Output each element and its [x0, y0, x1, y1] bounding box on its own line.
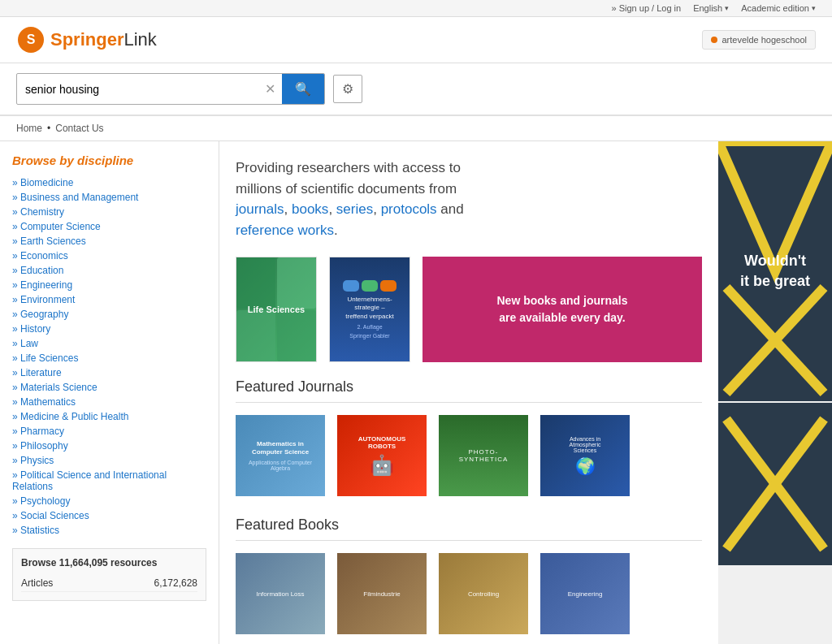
book-title-info-loss: Information Loss: [252, 586, 308, 602]
journal-title-photosyn: PHOTO-SYNTHETICA: [459, 448, 509, 463]
discipline-link[interactable]: Mathematics: [20, 396, 76, 408]
discipline-link[interactable]: Life Sciences: [20, 352, 78, 364]
edition-selector[interactable]: Academic edition ▾: [741, 3, 816, 13]
hero-protocols-link[interactable]: protocols: [381, 201, 437, 217]
hero-paragraph: Providing researchers with access to mil…: [236, 158, 702, 240]
discipline-list: BiomedicineBusiness and ManagementChemis…: [12, 177, 206, 536]
institution-name: artevelde hogeschool: [722, 35, 807, 45]
logo[interactable]: S SpringerLink: [16, 25, 157, 54]
discipline-link[interactable]: Business and Management: [20, 192, 138, 203]
journal-cover-robots[interactable]: AUTONOMOUSROBOTS 🤖: [337, 415, 427, 496]
discipline-link[interactable]: Social Sciences: [20, 510, 89, 521]
sidebar-item-mathematics[interactable]: Mathematics: [12, 396, 206, 408]
breadcrumb-contact[interactable]: Contact Us: [55, 123, 103, 134]
institution-dot-icon: [711, 37, 717, 43]
sidebar-item-chemistry[interactable]: Chemistry: [12, 206, 206, 218]
signup-login-link[interactable]: » Sign up / Log in: [612, 3, 682, 13]
journals-grid: Mathematics inComputer Science Applicati…: [236, 415, 702, 496]
sidebar-item-psychology[interactable]: Psychology: [12, 495, 206, 507]
search-settings-button[interactable]: ⚙: [333, 75, 362, 103]
sidebar-stats: Browse 11,664,095 resources Articles 6,1…: [12, 548, 206, 601]
book-title-film: Filmindustrie: [359, 586, 404, 602]
discipline-link[interactable]: Medicine & Public Health: [20, 411, 128, 422]
sidebar-item-computer-science[interactable]: Computer Science: [12, 221, 206, 232]
discipline-link[interactable]: Biomedicine: [20, 177, 73, 188]
discipline-link[interactable]: Materials Science: [20, 382, 98, 393]
sidebar-item-engineering[interactable]: Engineering: [12, 279, 206, 291]
sidebar-item-social-sciences[interactable]: Social Sciences: [12, 510, 206, 521]
book-controlling[interactable]: Controlling: [439, 553, 528, 634]
discipline-link[interactable]: Economics: [20, 250, 68, 261]
new-books-banner: New books and journalsare available ever…: [422, 257, 702, 362]
sidebar-item-earth-sciences[interactable]: Earth Sciences: [12, 236, 206, 247]
sidebar-item-philosophy[interactable]: Philosophy: [12, 440, 206, 452]
search-input-wrapper: ✕ 🔍: [16, 73, 325, 105]
sidebar-item-literature[interactable]: Literature: [12, 367, 206, 378]
discipline-link[interactable]: Pharmacy: [20, 426, 64, 437]
search-bar: ✕ 🔍 ⚙: [0, 63, 832, 116]
stat-label-articles: Articles: [21, 577, 53, 589]
discipline-link[interactable]: Geography: [20, 309, 68, 320]
discipline-link[interactable]: Psychology: [20, 495, 70, 507]
journal-title-math-cs: Mathematics inComputer Science: [252, 440, 309, 457]
chat-bubble-1: [343, 280, 359, 292]
sidebar-item-business-and-management[interactable]: Business and Management: [12, 192, 206, 203]
sidebar-item-pharmacy[interactable]: Pharmacy: [12, 426, 206, 437]
breadcrumb-home[interactable]: Home: [16, 123, 42, 134]
sidebar-item-education[interactable]: Education: [12, 265, 206, 276]
discipline-link[interactable]: Physics: [20, 455, 54, 466]
discipline-link[interactable]: Philosophy: [20, 440, 68, 452]
discipline-link[interactable]: Law: [20, 338, 38, 349]
discipline-link[interactable]: Engineering: [20, 279, 72, 291]
sidebar-item-law[interactable]: Law: [12, 338, 206, 349]
sidebar-item-physics[interactable]: Physics: [12, 455, 206, 466]
book-info-loss[interactable]: Information Loss: [236, 553, 325, 634]
ad-bottom[interactable]: [718, 403, 832, 565]
hero-journals-link[interactable]: journals: [236, 201, 284, 217]
discipline-link[interactable]: Education: [20, 265, 63, 276]
book-engineering[interactable]: Engineering: [540, 553, 630, 634]
sidebar-item-economics[interactable]: Economics: [12, 250, 206, 261]
sidebar-item-statistics[interactable]: Statistics: [12, 525, 206, 536]
search-button[interactable]: 🔍: [282, 74, 324, 104]
sidebar-item-materials-science[interactable]: Materials Science: [12, 382, 206, 393]
book2-title: Unternehmens-strategie –treffend verpack…: [345, 296, 393, 321]
hero-books-link[interactable]: books: [292, 201, 328, 217]
ad-column: Wouldn'tit be great: [718, 141, 832, 644]
discipline-link[interactable]: Computer Science: [20, 221, 101, 232]
book-cover-life-sciences[interactable]: Life Sciences: [236, 257, 317, 362]
globe-icon: 🌍: [575, 456, 596, 476]
book2-publisher: Springer Gabler: [349, 333, 389, 339]
search-input[interactable]: [17, 76, 258, 102]
discipline-link[interactable]: Environment: [20, 294, 75, 305]
ad-text: Wouldn'tit be great: [740, 251, 810, 292]
discipline-link[interactable]: Chemistry: [20, 206, 64, 218]
sidebar-item-environment[interactable]: Environment: [12, 294, 206, 305]
sidebar-item-history[interactable]: History: [12, 323, 206, 335]
hero-reference-link[interactable]: reference works: [236, 223, 334, 238]
language-chevron-icon: ▾: [725, 4, 729, 12]
journal-cover-atmospheric[interactable]: Advances inAtmosphericSciences 🌍: [540, 415, 630, 496]
stats-title: Browse 11,664,095 resources: [21, 557, 197, 568]
ad-top[interactable]: Wouldn'tit be great: [718, 141, 832, 401]
discipline-link[interactable]: History: [20, 323, 50, 335]
sidebar-item-life-sciences[interactable]: Life Sciences: [12, 352, 206, 364]
svg-text:S: S: [27, 32, 36, 46]
book-film[interactable]: Filmindustrie: [337, 553, 427, 634]
journal-cover-math-cs[interactable]: Mathematics inComputer Science Applicati…: [236, 415, 325, 496]
discipline-link[interactable]: Earth Sciences: [20, 236, 86, 247]
sidebar-item-medicine-&-public-health[interactable]: Medicine & Public Health: [12, 411, 206, 422]
discipline-link[interactable]: Statistics: [20, 525, 59, 536]
sidebar-item-political-science-and-international-relations[interactable]: Political Science and International Rela…: [12, 469, 206, 492]
hero-series-link[interactable]: series: [336, 201, 373, 217]
search-clear-button[interactable]: ✕: [258, 81, 282, 97]
left-content: Browse by discipline BiomedicineBusiness…: [0, 141, 718, 644]
book-cover-unternehmens[interactable]: Unternehmens-strategie –treffend verpack…: [329, 257, 410, 362]
sidebar-title: Browse by discipline: [12, 153, 206, 167]
discipline-link[interactable]: Political Science and International Rela…: [12, 469, 167, 492]
journal-cover-photosyn[interactable]: PHOTO-SYNTHETICA: [439, 415, 528, 496]
discipline-link[interactable]: Literature: [20, 367, 62, 378]
sidebar-item-geography[interactable]: Geography: [12, 309, 206, 320]
language-selector[interactable]: English ▾: [693, 3, 729, 13]
sidebar-item-biomedicine[interactable]: Biomedicine: [12, 177, 206, 188]
